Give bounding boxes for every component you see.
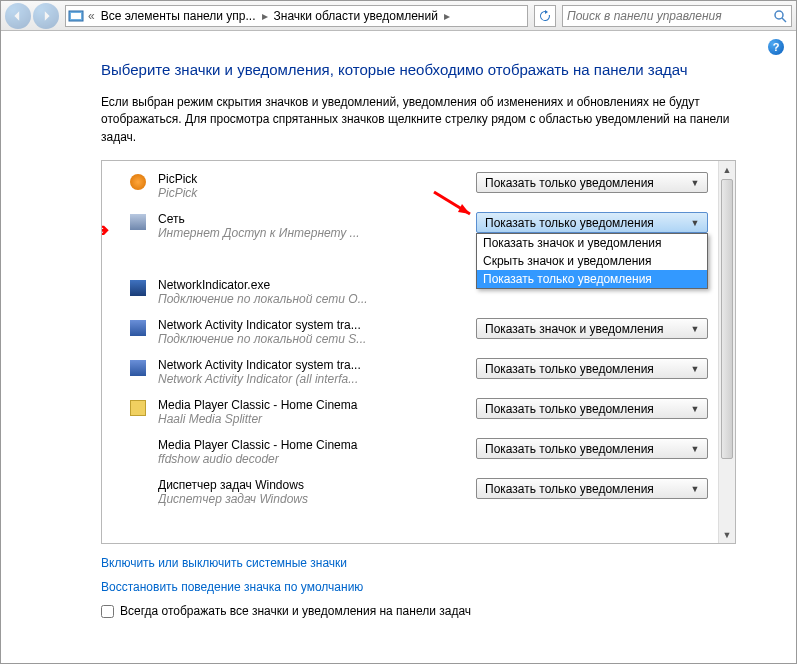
footer-links: Включить или выключить системные значки … xyxy=(101,544,736,594)
behavior-select[interactable]: Показать только уведомления ▼ xyxy=(476,172,708,193)
scroll-down-icon[interactable]: ▼ xyxy=(719,526,735,543)
dropdown-menu: Показать значок и уведомления Скрыть зна… xyxy=(476,233,708,289)
breadcrumb-sep: « xyxy=(86,9,97,23)
item-name: PicPick xyxy=(158,172,476,186)
app-icon xyxy=(130,480,146,496)
scroll-thumb[interactable] xyxy=(721,179,733,459)
icons-panel: PicPick PicPick Показать только уведомле… xyxy=(101,160,736,544)
item-name: Network Activity Indicator system tra... xyxy=(158,318,476,332)
chevron-down-icon: ▼ xyxy=(687,404,703,414)
back-button[interactable] xyxy=(5,3,31,29)
page-description: Если выбран режим скрытия значков и увед… xyxy=(101,94,736,146)
item-list: PicPick PicPick Показать только уведомле… xyxy=(102,161,718,519)
chevron-down-icon: ▼ xyxy=(687,364,703,374)
app-icon xyxy=(130,280,146,296)
dropdown-option[interactable]: Показать только уведомления xyxy=(477,270,707,288)
behavior-select[interactable]: Показать только уведомления ▼ xyxy=(476,438,708,459)
behavior-select[interactable]: Показать значок и уведомления ▼ xyxy=(476,318,708,339)
restore-defaults-link[interactable]: Восстановить поведение значка по умолчан… xyxy=(101,580,736,594)
behavior-select[interactable]: Показать только уведомления ▼ xyxy=(476,358,708,379)
content-area: ? Выберите значки и уведомления, которые… xyxy=(1,31,796,628)
chevron-down-icon: ▼ xyxy=(687,178,703,188)
item-desc: Подключение по локальной сети O... xyxy=(158,292,476,306)
chevron-down-icon: ▼ xyxy=(687,444,703,454)
annotation-arrow-icon: ➔ xyxy=(101,219,109,241)
chevron-down-icon: ▼ xyxy=(687,484,703,494)
breadcrumb-chevron-icon[interactable]: ▸ xyxy=(260,9,270,23)
forward-button[interactable] xyxy=(33,3,59,29)
item-desc: Диспетчер задач Windows xyxy=(158,492,476,506)
chevron-down-icon: ▼ xyxy=(687,324,703,334)
item-name: Диспетчер задач Windows xyxy=(158,478,476,492)
item-desc: Подключение по локальной сети S... xyxy=(158,332,476,346)
breadcrumb-part2[interactable]: Значки области уведомлений xyxy=(270,9,442,23)
app-icon xyxy=(130,400,146,416)
always-show-row: Всегда отображать все значки и уведомлен… xyxy=(101,604,736,618)
help-icon[interactable]: ? xyxy=(768,39,784,55)
refresh-icon xyxy=(539,10,551,22)
item-desc: Интернет Доступ к Интернету ... xyxy=(158,226,476,240)
item-name: NetworkIndicator.exe xyxy=(158,278,476,292)
svg-line-3 xyxy=(782,18,786,22)
page-title: Выберите значки и уведомления, которые н… xyxy=(101,59,736,80)
search-box[interactable] xyxy=(562,5,792,27)
always-show-label: Всегда отображать все значки и уведомлен… xyxy=(120,604,471,618)
breadcrumb[interactable]: « Все элементы панели упр... ▸ Значки об… xyxy=(65,5,528,27)
list-item: Media Player Classic - Home Cinema ffdsh… xyxy=(102,433,718,473)
list-item: PicPick PicPick Показать только уведомле… xyxy=(102,167,718,207)
network-icon xyxy=(130,214,146,230)
svg-point-2 xyxy=(775,11,783,19)
arrow-right-icon xyxy=(40,10,52,22)
list-item: ➔ Сеть Интернет Доступ к Интернету ... П… xyxy=(102,207,718,247)
item-name: Media Player Classic - Home Cinema xyxy=(158,398,476,412)
item-name: Сеть xyxy=(158,212,476,226)
behavior-select[interactable]: Показать только уведомления ▼ xyxy=(476,398,708,419)
svg-rect-1 xyxy=(71,13,81,19)
item-desc: PicPick xyxy=(158,186,476,200)
dropdown-option[interactable]: Показать значок и уведомления xyxy=(477,234,707,252)
app-icon xyxy=(130,360,146,376)
system-icons-link[interactable]: Включить или выключить системные значки xyxy=(101,556,736,570)
app-icon xyxy=(130,440,146,456)
item-desc: ffdshow audio decoder xyxy=(158,452,476,466)
search-icon xyxy=(773,9,787,23)
item-name: Media Player Classic - Home Cinema xyxy=(158,438,476,452)
search-input[interactable] xyxy=(567,9,773,23)
always-show-checkbox[interactable] xyxy=(101,605,114,618)
list-item: Network Activity Indicator system tra...… xyxy=(102,353,718,393)
behavior-select[interactable]: Показать только уведомления ▼ Показать з… xyxy=(476,212,708,233)
scroll-up-icon[interactable]: ▲ xyxy=(719,161,735,178)
breadcrumb-chevron-icon[interactable]: ▸ xyxy=(442,9,452,23)
list-item: Media Player Classic - Home Cinema Haali… xyxy=(102,393,718,433)
item-name: Network Activity Indicator system tra... xyxy=(158,358,476,372)
behavior-select[interactable]: Показать только уведомления ▼ xyxy=(476,478,708,499)
item-desc: Haali Media Splitter xyxy=(158,412,476,426)
scrollbar[interactable]: ▲ ▼ xyxy=(718,161,735,543)
list-item: Диспетчер задач Windows Диспетчер задач … xyxy=(102,473,718,513)
dropdown-option[interactable]: Скрыть значок и уведомления xyxy=(477,252,707,270)
list-item: Network Activity Indicator system tra...… xyxy=(102,313,718,353)
chevron-down-icon: ▼ xyxy=(687,218,703,228)
item-desc: Network Activity Indicator (all interfa.… xyxy=(158,372,476,386)
app-icon xyxy=(130,174,146,190)
arrow-left-icon xyxy=(12,10,24,22)
control-panel-icon xyxy=(68,8,84,24)
breadcrumb-part1[interactable]: Все элементы панели упр... xyxy=(97,9,260,23)
toolbar: « Все элементы панели упр... ▸ Значки об… xyxy=(1,1,796,31)
app-icon xyxy=(130,320,146,336)
refresh-button[interactable] xyxy=(534,5,556,27)
